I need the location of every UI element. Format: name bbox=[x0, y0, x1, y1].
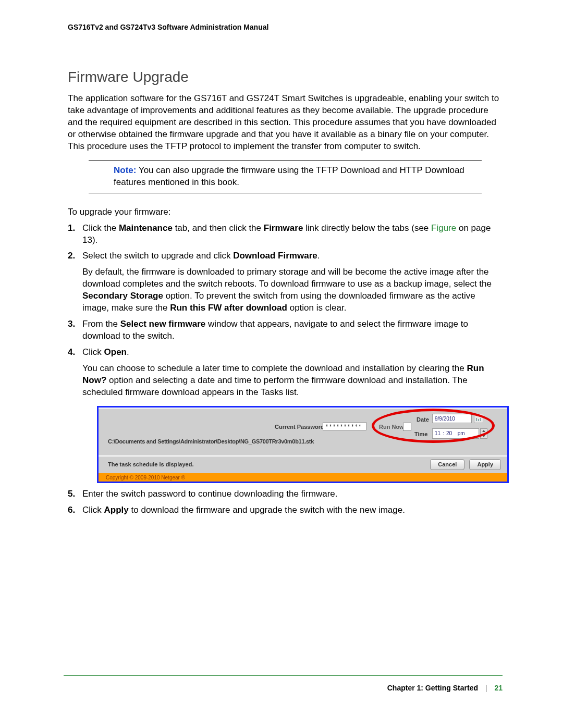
footer-chapter: Chapter 1: Getting Started bbox=[387, 684, 478, 692]
step-4-a: Click bbox=[82, 347, 104, 357]
step-2-download: Download Firmware bbox=[233, 251, 317, 261]
figure-buttons: Cancel Apply bbox=[427, 459, 501, 470]
step-4-c: . bbox=[127, 347, 129, 357]
note-block: Note: You can also upgrade the firmware … bbox=[89, 160, 482, 193]
step-2-dot: . bbox=[317, 251, 320, 261]
step-6-apply: Apply bbox=[104, 505, 129, 515]
page: GS716Tv2 and GS724Tv3 Software Administr… bbox=[0, 0, 563, 728]
current-password-label: Current Password: bbox=[275, 423, 326, 431]
step-2f-a: By default, the firmware is downloaded t… bbox=[82, 267, 492, 289]
step-6: Click Apply to download the firmware and… bbox=[68, 504, 503, 516]
step-5: Enter the switch password to continue do… bbox=[68, 488, 503, 500]
steps-list: Click the Maintenance tab, and then clic… bbox=[68, 223, 503, 516]
step-4f-a: You can choose to schedule a later time … bbox=[82, 363, 467, 373]
step-1-figure-link[interactable]: Figure bbox=[431, 223, 459, 233]
status-message: The task schedule is displayed. bbox=[108, 461, 193, 468]
step-2: Select the switch to upgrade and click D… bbox=[68, 250, 503, 314]
section-title: Firmware Upgrade bbox=[68, 69, 503, 85]
cancel-button[interactable]: Cancel bbox=[430, 459, 464, 470]
footer-separator: | bbox=[485, 684, 487, 692]
step-4: Click Open. You can choose to schedule a… bbox=[68, 347, 503, 483]
current-password-input[interactable]: ********** bbox=[323, 422, 366, 430]
step-3-a: From the bbox=[82, 319, 120, 329]
step-5-text: Enter the switch password to continue do… bbox=[82, 489, 337, 499]
note-label: Note: bbox=[114, 165, 136, 175]
figure-status-bar: The task schedule is displayed. Cancel A… bbox=[99, 455, 507, 473]
apply-button[interactable]: Apply bbox=[469, 459, 501, 470]
page-footer: Chapter 1: Getting Started | 21 bbox=[387, 684, 503, 692]
step-4f-c: option and selecting a date and time to … bbox=[82, 375, 468, 397]
step-2f-runfw: Run this FW after download bbox=[170, 303, 287, 313]
figure-copyright: Copyright © 2009-2010 Netgear ® bbox=[99, 473, 507, 482]
step-4-follow: You can choose to schedule a later time … bbox=[82, 363, 503, 399]
step-3: From the Select new firmware window that… bbox=[68, 318, 503, 342]
firmware-filepath: C:\Documents and Settings\Administrator\… bbox=[108, 438, 314, 446]
step-1-text: Click the bbox=[82, 223, 119, 233]
step-4-open: Open bbox=[104, 347, 127, 357]
step-1-firmware: Firmware bbox=[264, 223, 303, 233]
annotation-red-circle bbox=[372, 409, 495, 443]
step-6-c: to download the firmware and upgrade the… bbox=[129, 505, 405, 515]
note-rule-bottom bbox=[89, 193, 482, 193]
step-2-follow: By default, the firmware is downloaded t… bbox=[82, 266, 503, 314]
step-1-text2: tab, and then click the bbox=[173, 223, 264, 233]
intro-paragraph: The application software for the GS716T … bbox=[68, 93, 503, 153]
footer-rule bbox=[64, 675, 503, 676]
step-2f-e: option is clear. bbox=[287, 303, 346, 313]
step-1: Click the Maintenance tab, and then clic… bbox=[68, 223, 503, 246]
step-2-text: Select the switch to upgrade and click bbox=[82, 251, 233, 261]
procedure-intro: To upgrade your firmware: bbox=[68, 207, 503, 217]
step-3-select: Select new firmware bbox=[120, 319, 205, 329]
step-2f-secondary: Secondary Storage bbox=[82, 291, 163, 301]
figure-body: Current Password: ********** Run Now? C:… bbox=[99, 411, 507, 455]
figure-firmware-schedule: Current Password: ********** Run Now? C:… bbox=[97, 406, 509, 483]
note-text: You can also upgrade the firmware using … bbox=[114, 165, 464, 187]
note-content: Note: You can also upgrade the firmware … bbox=[89, 161, 482, 193]
footer-page-number: 21 bbox=[494, 684, 503, 692]
step-1-text3: link directly below the tabs (see bbox=[303, 223, 431, 233]
doc-header: GS716Tv2 and GS724Tv3 Software Administr… bbox=[68, 23, 503, 31]
step-1-maintenance: Maintenance bbox=[119, 223, 173, 233]
step-6-a: Click bbox=[82, 505, 104, 515]
